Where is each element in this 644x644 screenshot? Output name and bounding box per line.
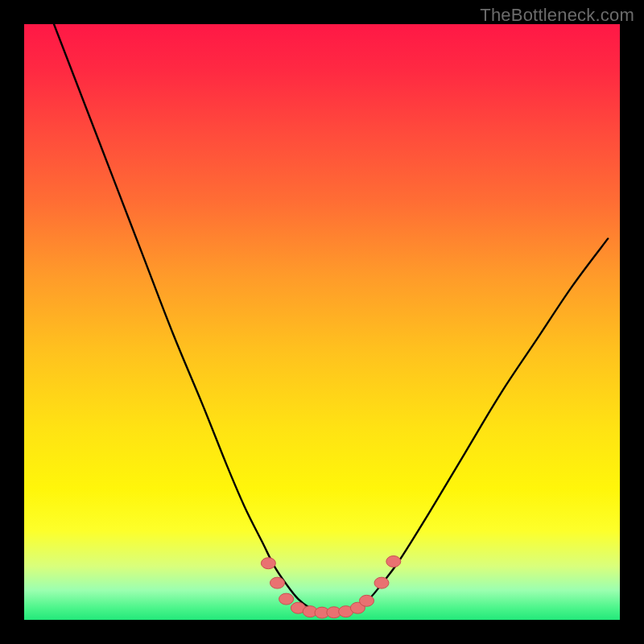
attribution-text: TheBottleneck.com xyxy=(480,5,634,26)
curve-markers xyxy=(261,555,400,618)
plot-area xyxy=(24,24,620,620)
curve-marker xyxy=(261,558,275,569)
curve-marker xyxy=(374,577,389,588)
curve-layer xyxy=(24,24,620,620)
bottleneck-curve xyxy=(54,24,608,613)
curve-marker xyxy=(360,595,374,606)
curve-marker xyxy=(386,555,401,567)
curve-marker xyxy=(270,577,285,588)
chart-frame: TheBottleneck.com xyxy=(0,0,644,644)
curve-marker xyxy=(279,593,294,605)
